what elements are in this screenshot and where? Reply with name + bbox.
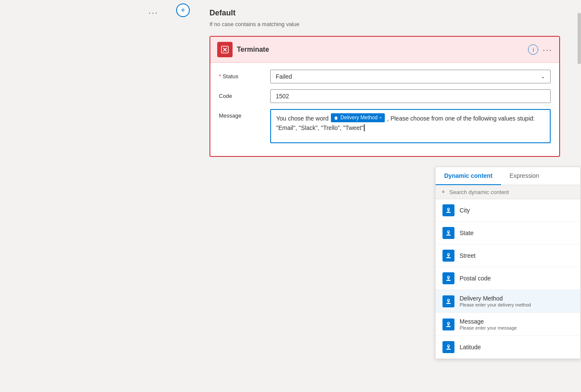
dynamic-item-icon xyxy=(442,295,454,307)
tab-expression[interactable]: Expression xyxy=(501,167,548,185)
message-prefix: You chose the word xyxy=(276,115,328,122)
delivery-method-token[interactable]: Delivery Method × xyxy=(331,113,384,122)
dynamic-items-list: City State xyxy=(436,199,580,359)
dynamic-search-bar: ⚬ xyxy=(436,185,580,199)
dynamic-item-text: Message Please enter your message xyxy=(460,318,517,330)
main-canvas: ··· + Default If no case contains a matc… xyxy=(0,0,581,392)
message-label: Message xyxy=(219,109,262,119)
terminate-body: * Status Failed ⌄ Code xyxy=(210,63,559,156)
token-remove-button[interactable]: × xyxy=(379,114,382,122)
status-dropdown[interactable]: Failed ⌄ xyxy=(270,70,551,83)
dynamic-content-panel: Dynamic content Expression ⚬ City xyxy=(435,167,581,359)
dynamic-item-icon xyxy=(442,250,454,262)
section-subtitle: If no case contains a matching value xyxy=(209,21,568,27)
status-row: * Status Failed ⌄ xyxy=(219,70,551,83)
message-input[interactable]: You chose the word Delivery Method × , P… xyxy=(270,109,551,143)
token-icon xyxy=(333,115,339,121)
code-control xyxy=(270,89,551,103)
code-label: Code xyxy=(219,89,262,99)
token-label: Delivery Method xyxy=(340,114,378,122)
content-area: Default If no case contains a matching v… xyxy=(197,0,581,165)
left-panel: ··· xyxy=(0,0,167,392)
code-input[interactable] xyxy=(270,89,551,103)
list-item[interactable]: State xyxy=(436,222,580,245)
terminate-card: Terminate i ··· * Status Failed ⌄ xyxy=(209,36,560,157)
status-label: * Status xyxy=(219,70,262,80)
list-item[interactable]: Postal code xyxy=(436,267,580,290)
info-button[interactable]: i xyxy=(528,44,538,55)
dynamic-item-text: State xyxy=(460,230,474,236)
cursor xyxy=(364,124,366,131)
dynamic-item-icon xyxy=(442,272,454,284)
list-item-delivery-method[interactable]: Delivery Method Please enter your delive… xyxy=(436,290,580,313)
dynamic-item-text: Delivery Method Please enter your delive… xyxy=(460,295,531,307)
message-row: Message You chose the word Delivery Meth… xyxy=(219,109,551,143)
dynamic-item-icon xyxy=(442,318,454,330)
chevron-down-icon: ⌄ xyxy=(541,74,545,80)
dynamic-tabs: Dynamic content Expression xyxy=(436,167,580,185)
code-row: Code xyxy=(219,89,551,103)
tab-dynamic-content[interactable]: Dynamic content xyxy=(436,167,501,185)
terminate-icon xyxy=(217,42,233,57)
list-item[interactable]: City xyxy=(436,199,580,222)
message-control: You chose the word Delivery Method × , P… xyxy=(270,109,551,143)
dynamic-item-text: City xyxy=(460,207,470,214)
dynamic-item-icon xyxy=(442,204,454,216)
dynamic-item-text: Postal code xyxy=(460,275,491,282)
add-step-button[interactable]: + xyxy=(176,3,190,17)
dynamic-item-text: Latitude xyxy=(460,344,481,351)
dynamic-item-icon xyxy=(442,227,454,239)
terminate-more-button[interactable]: ··· xyxy=(543,45,552,55)
dynamic-item-icon xyxy=(442,341,454,353)
list-item[interactable]: Message Please enter your message xyxy=(436,313,580,336)
scrollbar-thumb[interactable] xyxy=(578,13,581,64)
list-item[interactable]: Latitude xyxy=(436,336,580,359)
left-panel-more-button[interactable]: ··· xyxy=(148,8,158,18)
terminate-title: Terminate xyxy=(237,46,524,53)
search-icon: ⚬ xyxy=(441,189,446,195)
list-item[interactable]: Street xyxy=(436,245,580,267)
dynamic-search-input[interactable] xyxy=(449,189,575,195)
terminate-header: Terminate i ··· xyxy=(210,37,559,63)
plus-icon: + xyxy=(181,6,186,15)
dynamic-item-text: Street xyxy=(460,252,475,259)
status-control: Failed ⌄ xyxy=(270,70,551,83)
section-title: Default xyxy=(209,9,568,18)
